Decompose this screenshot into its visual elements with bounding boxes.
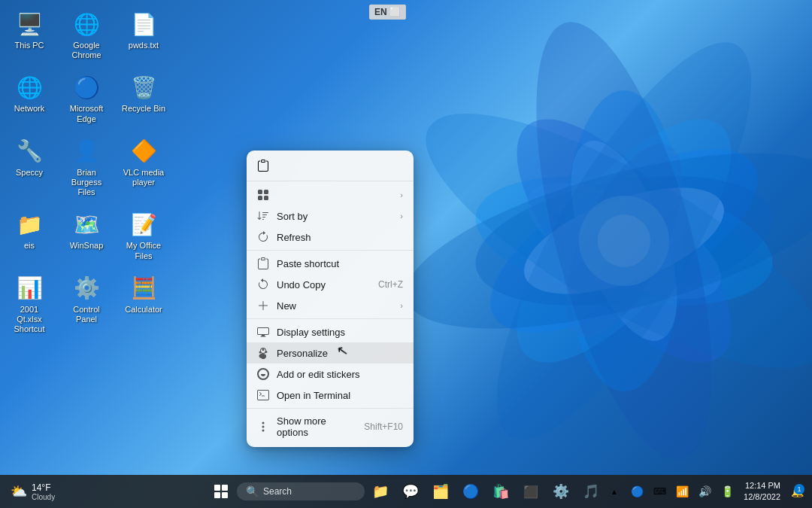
this-pc-icon: 🖥️ [14, 9, 44, 39]
undo-copy-shortcut: Ctrl+Z [378, 279, 403, 290]
chrome-icon: 🌐 [71, 9, 102, 39]
tray-edge-icon[interactable]: 🔵 [628, 482, 646, 500]
weather-widget[interactable]: ⛅ 14°F Cloudy [6, 481, 59, 503]
control-panel-icon: ⚙️ [71, 273, 102, 303]
context-menu-item-paste-shortcut[interactable]: Paste shortcut [247, 253, 414, 274]
recycle-bin-icon: 🗑️ [129, 72, 159, 102]
context-menu-item-refresh[interactable]: Refresh [247, 227, 414, 248]
context-menu-item-undo-copy[interactable]: Undo Copy Ctrl+Z [247, 274, 414, 295]
notification-badge: 1 [794, 484, 804, 494]
clock-time: 12:14 PM [745, 480, 780, 491]
new-label: New [277, 300, 392, 312]
volume-symbol: 🔊 [698, 485, 711, 497]
context-menu-item-new[interactable]: New › [247, 295, 414, 316]
context-menu-item-sort-by[interactable]: Sort by › [247, 205, 414, 227]
icon-control-panel[interactable]: ⚙️ Control Panel [61, 270, 112, 338]
separator-2 [247, 318, 414, 319]
open-terminal-label: Open in Terminal [277, 390, 403, 401]
keyboard-symbol: ⌨ [653, 486, 666, 497]
svg-rect-18 [222, 485, 228, 491]
chrome-label: Google Chrome [64, 41, 109, 60]
battery-symbol: 🔋 [721, 485, 734, 497]
tray-battery-icon[interactable]: 🔋 [718, 482, 736, 500]
wifi-symbol: 📶 [676, 485, 689, 497]
separator-1 [247, 250, 414, 251]
taskbar-edge[interactable]: 🔵 [456, 477, 485, 506]
context-menu-item-personalize[interactable]: Personalize [247, 342, 414, 364]
context-menu-clipboard-section [247, 155, 414, 181]
icon-winsnap[interactable]: 🗺️ WinSnap [61, 206, 112, 263]
tray-wifi-icon[interactable]: 📶 [673, 482, 691, 500]
add-edit-stickers-label: Add or edit stickers [277, 369, 403, 380]
tray-keyboard-icon[interactable]: ⌨ [650, 482, 668, 500]
tray-edge-symbol: 🔵 [631, 485, 644, 497]
windows-logo-icon [214, 484, 229, 499]
eis-icon: 📁 [14, 209, 44, 239]
icon-recycle-bin[interactable]: 🗑️ Recycle Bin [118, 69, 169, 126]
teams-icon: 💬 [402, 483, 419, 500]
context-menu-item-add-edit-stickers[interactable]: Add or edit stickers [247, 364, 414, 385]
icon-pwds-txt[interactable]: 📄 pwds.txt [118, 6, 169, 63]
separator-3 [247, 408, 414, 409]
icon-eis[interactable]: 📁 eis [4, 206, 55, 263]
winsnap-icon: 🗺️ [71, 209, 102, 239]
personalize-label: Personalize [277, 348, 403, 359]
tray-volume-icon[interactable]: 🔊 [695, 482, 714, 500]
svg-rect-17 [214, 485, 220, 491]
show-hidden-icons-button[interactable]: ▲ [605, 482, 623, 500]
terminal-icon [257, 389, 269, 401]
vlc-label: VLC media player [121, 168, 166, 187]
context-menu-item-display-settings[interactable]: Display settings [247, 321, 414, 342]
icon-calculator[interactable]: 🧮 Calculator [118, 270, 169, 338]
taskbar-explorer2[interactable]: 🗂️ [426, 477, 455, 506]
search-bar[interactable]: 🔍 Search [237, 482, 365, 500]
sort-by-icon [257, 210, 269, 222]
icon-network[interactable]: 🌐 Network [4, 69, 55, 126]
context-menu: › Sort by › Refresh [247, 151, 414, 447]
language-indicator[interactable]: EN ⬜ [369, 5, 406, 20]
calculator-icon: 🧮 [129, 273, 159, 303]
pwds-icon: 📄 [129, 9, 159, 39]
edge-label: Microsoft Edge [64, 104, 109, 123]
notification-center-button[interactable]: 🔔 1 [788, 482, 806, 500]
paste-shortcut-label: Paste shortcut [277, 258, 403, 269]
view-icon [257, 189, 269, 201]
refresh-icon [257, 231, 269, 243]
icon-this-pc[interactable]: 🖥️ This PC [4, 6, 55, 63]
icon-speccy[interactable]: 🔧 Speccy [4, 133, 55, 201]
icon-2001-qt[interactable]: 📊 2001 Qt.xlsx Shortcut [4, 270, 55, 338]
qt-icon: 📊 [14, 273, 44, 303]
icon-google-chrome[interactable]: 🌐 Google Chrome [61, 6, 112, 63]
speccy-icon: 🔧 [14, 136, 44, 166]
chevron-up-icon: ▲ [611, 488, 618, 496]
icon-my-office-files[interactable]: 📝 My Office Files [118, 206, 169, 263]
pwds-label: pwds.txt [129, 41, 159, 50]
icon-brian-burgess[interactable]: 👤 Brian Burgess Files [61, 133, 112, 201]
my-office-icon: 📝 [129, 209, 159, 239]
taskbar-teams[interactable]: 💬 [396, 477, 425, 506]
spotify-icon: 🎵 [583, 483, 599, 500]
winsnap-label: WinSnap [70, 241, 104, 251]
context-menu-item-view[interactable]: › [247, 184, 414, 205]
context-menu-item-show-more-options[interactable]: Show more options Shift+F10 [247, 411, 414, 443]
personalize-icon [257, 347, 269, 359]
desktop-icon-grid: 🖥️ This PC 🌐 Google Chrome 📄 pwds.txt 🌐 … [4, 6, 169, 337]
icon-microsoft-edge[interactable]: 🔵 Microsoft Edge [61, 69, 112, 126]
taskbar-widgets[interactable]: ⬛ [517, 477, 545, 506]
start-button[interactable] [207, 477, 235, 506]
vlc-icon: 🔶 [129, 136, 159, 166]
taskbar-spotify[interactable]: 🎵 [577, 477, 605, 506]
taskbar-ms-store[interactable]: 🛍️ [486, 477, 515, 506]
refresh-label: Refresh [277, 232, 403, 243]
edge-icon: 🔵 [71, 72, 102, 102]
stickers-icon [257, 368, 269, 380]
weather-desc: Cloudy [32, 493, 55, 501]
taskbar-settings[interactable]: ⚙️ [547, 477, 575, 506]
taskbar-clock[interactable]: 12:14 PM 12/8/2022 [741, 479, 783, 505]
taskbar-file-explorer[interactable]: 📁 [366, 477, 395, 506]
this-pc-label: This PC [14, 41, 44, 50]
eis-label: eis [24, 241, 35, 251]
icon-vlc[interactable]: 🔶 VLC media player [118, 133, 169, 201]
context-menu-item-open-terminal[interactable]: Open in Terminal [247, 385, 414, 406]
weather-icon: ⛅ [11, 483, 27, 500]
